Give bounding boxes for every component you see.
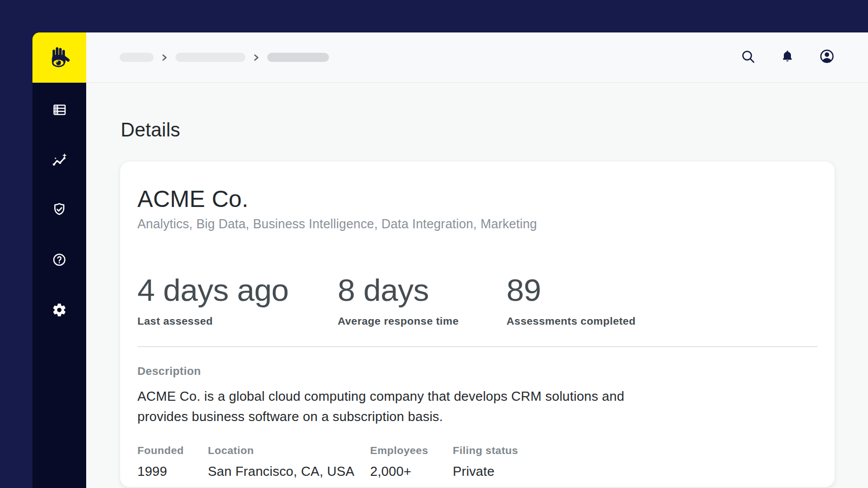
fact-value: 1999: [137, 464, 208, 479]
sidebar-item-security[interactable]: [49, 200, 69, 221]
stat-assessments-completed: 89 Assessments completed: [507, 273, 636, 327]
stat-last-assessed: 4 days ago Last assessed: [137, 273, 338, 327]
search-button[interactable]: [740, 49, 756, 65]
stat-label: Average response time: [338, 315, 507, 327]
fact-value: 2,000+: [370, 464, 453, 479]
breadcrumb-item-placeholder[interactable]: [175, 53, 245, 62]
card-divider: [137, 346, 817, 347]
stat-label: Last assessed: [137, 315, 338, 327]
stats-row: 4 days ago Last assessed 8 days Average …: [137, 273, 817, 327]
fact-value: San Francisco, CA, USA: [208, 464, 370, 479]
header-actions: [740, 49, 835, 65]
breadcrumb-item-placeholder[interactable]: [120, 53, 154, 62]
top-header: [86, 32, 868, 83]
company-details-card: ACME Co. Analytics, Big Data, Business I…: [120, 161, 835, 487]
breadcrumb: [120, 53, 329, 62]
search-icon: [740, 49, 756, 66]
sidebar-nav: [32, 83, 86, 488]
company-facts-row: Founded 1999 Location San Francisco, CA,…: [137, 444, 817, 479]
gear-icon: [52, 302, 67, 320]
fact-label: Filing status: [453, 444, 518, 457]
stat-value: 8 days: [338, 273, 507, 307]
account-button[interactable]: [819, 49, 835, 65]
fact-employees: Employees 2,000+: [370, 444, 453, 479]
stat-value: 4 days ago: [137, 273, 338, 307]
shield-check-icon: [52, 202, 67, 219]
sidebar-item-settings[interactable]: [49, 301, 69, 321]
trend-sparkle-icon: [51, 152, 67, 170]
stat-label: Assessments completed: [507, 315, 636, 327]
chevron-right-icon: [254, 54, 259, 61]
fact-founded: Founded 1999: [137, 444, 208, 479]
sidebar-item-help[interactable]: [49, 251, 69, 271]
bell-icon: [780, 49, 794, 65]
sidebar-item-records[interactable]: [49, 100, 69, 121]
fact-label: Founded: [137, 444, 208, 457]
help-icon: [52, 252, 67, 269]
breadcrumb-item-placeholder-current[interactable]: [267, 53, 329, 62]
fact-label: Employees: [370, 444, 453, 457]
sidebar-item-insights[interactable]: [49, 151, 69, 171]
notifications-button[interactable]: [779, 49, 795, 65]
company-tags: Analytics, Big Data, Business Intelligen…: [137, 216, 817, 231]
stat-value: 89: [507, 273, 636, 307]
company-name: ACME Co.: [137, 186, 817, 213]
fact-location: Location San Francisco, CA, USA: [208, 444, 370, 479]
hand-eye-logo-icon: [46, 41, 73, 75]
stat-average-response-time: 8 days Average response time: [338, 273, 507, 327]
description-label: Description: [137, 364, 817, 378]
description-text: ACME Co. is a global cloud computing com…: [137, 386, 817, 427]
fact-filing-status: Filing status Private: [453, 444, 518, 479]
avatar-icon: [819, 48, 835, 66]
fact-value: Private: [453, 464, 518, 479]
fact-label: Location: [208, 444, 370, 457]
table-icon: [52, 102, 67, 119]
page-title: Details: [121, 119, 868, 141]
chevron-right-icon: [162, 54, 167, 61]
app-logo-tile[interactable]: [32, 32, 86, 83]
main-content: Details ACME Co. Analytics, Big Data, Bu…: [86, 83, 868, 488]
